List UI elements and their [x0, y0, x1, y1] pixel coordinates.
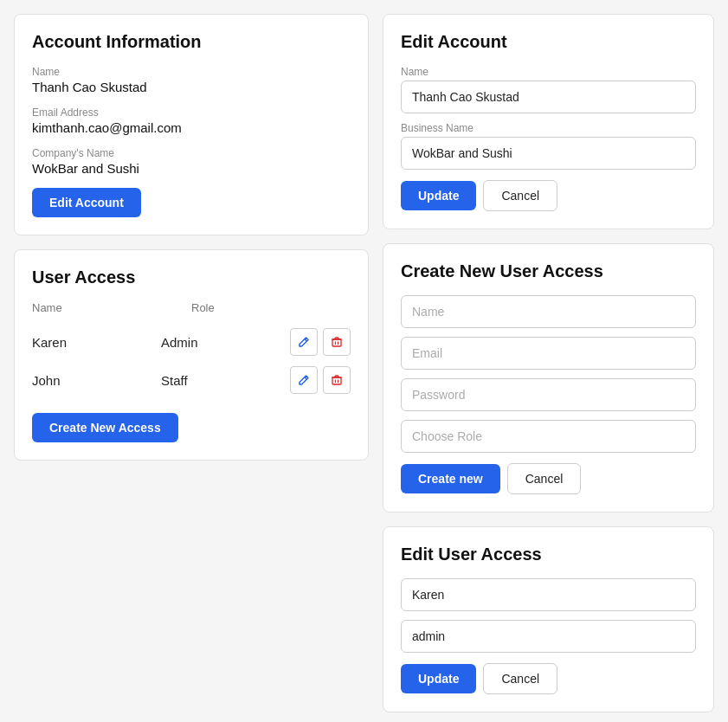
create-password-input[interactable] — [401, 378, 696, 411]
edit-account-title: Edit Account — [401, 32, 696, 52]
name-value: Thanh Cao Skustad — [32, 80, 351, 94]
edit-user-name-group — [401, 578, 696, 611]
account-info-title: Account Information — [32, 32, 351, 52]
edit-user-1-button[interactable] — [290, 366, 318, 394]
email-label: Email Address — [32, 106, 351, 119]
svg-rect-0 — [332, 339, 341, 346]
user-access-title: User Access — [32, 268, 351, 287]
user-actions-0 — [290, 328, 351, 356]
company-label: Company's Name — [32, 147, 351, 159]
user-access-header: Name Role — [32, 301, 351, 316]
edit-user-0-button[interactable] — [290, 328, 318, 356]
edit-business-group: Business Name — [401, 122, 696, 170]
col-role-header: Role — [191, 301, 351, 314]
edit-name-input[interactable] — [401, 81, 696, 113]
edit-user-access-title: Edit User Access — [401, 545, 696, 564]
cancel-create-button[interactable]: Cancel — [507, 463, 582, 494]
right-column: Edit Account Name Business Name Update C… — [383, 14, 714, 712]
create-user-actions: Create new Cancel — [401, 463, 696, 494]
create-email-input[interactable] — [401, 337, 696, 370]
create-user-access-card: Create New User Access Create new Cancel — [383, 243, 714, 512]
user-actions-1 — [290, 366, 351, 394]
svg-rect-4 — [332, 377, 341, 384]
col-name-header: Name — [32, 301, 191, 314]
create-email-group — [401, 337, 696, 370]
left-column: Account Information Name Thanh Cao Skust… — [14, 14, 369, 712]
edit-business-input[interactable] — [401, 137, 696, 170]
edit-account-actions: Update Cancel — [401, 180, 696, 211]
user-rows-container: Karen Admin John Staff — [32, 323, 351, 399]
company-value: WokBar and Sushi — [32, 161, 351, 176]
edit-user-role-input[interactable] — [401, 620, 696, 653]
create-password-group — [401, 378, 696, 411]
edit-user-actions: Update Cancel — [401, 663, 696, 694]
update-user-button[interactable]: Update — [401, 664, 476, 693]
create-user-access-title: Create New User Access — [401, 261, 696, 281]
user-access-card: User Access Name Role Karen Admin — [14, 249, 369, 461]
edit-name-group: Name — [401, 66, 696, 113]
user-role-0: Admin — [161, 335, 290, 350]
cancel-edit-user-button[interactable]: Cancel — [483, 663, 557, 694]
delete-user-0-button[interactable] — [323, 328, 351, 356]
edit-account-card: Edit Account Name Business Name Update C… — [383, 14, 714, 229]
edit-account-button[interactable]: Edit Account — [32, 188, 141, 217]
create-role-group — [401, 420, 696, 453]
create-role-input[interactable] — [401, 420, 696, 453]
user-row: John Staff — [32, 361, 351, 399]
user-role-1: Staff — [161, 373, 290, 388]
edit-user-access-card: Edit User Access Update Cancel — [383, 526, 714, 712]
user-row: Karen Admin — [32, 323, 351, 361]
name-field: Name Thanh Cao Skustad — [32, 66, 351, 94]
account-info-card: Account Information Name Thanh Cao Skust… — [14, 14, 369, 235]
email-value: kimthanh.cao@gmail.com — [32, 120, 351, 135]
create-new-button[interactable]: Create new — [401, 464, 500, 493]
cancel-edit-account-button[interactable]: Cancel — [483, 180, 557, 211]
edit-user-role-group — [401, 620, 696, 653]
update-account-button[interactable]: Update — [401, 181, 476, 210]
create-name-input[interactable] — [401, 295, 696, 328]
user-name-1: John — [32, 373, 161, 388]
email-field: Email Address kimthanh.cao@gmail.com — [32, 106, 351, 135]
name-label: Name — [32, 66, 351, 78]
company-field: Company's Name WokBar and Sushi — [32, 147, 351, 176]
delete-user-1-button[interactable] — [323, 366, 351, 394]
user-name-0: Karen — [32, 335, 161, 350]
create-name-group — [401, 295, 696, 328]
create-new-access-button[interactable]: Create New Access — [32, 413, 178, 442]
edit-user-name-input[interactable] — [401, 578, 696, 611]
